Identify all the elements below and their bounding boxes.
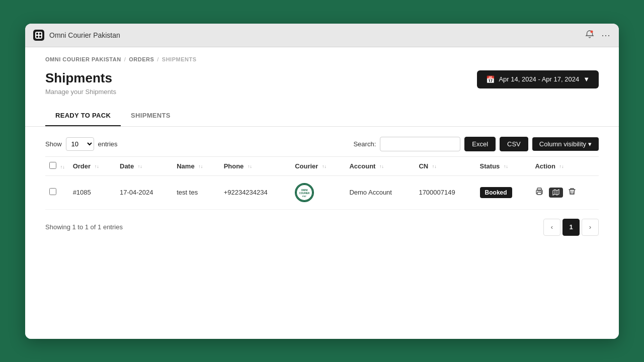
col-courier-label: Courier [295,162,318,170]
svg-rect-0 [35,32,42,39]
browser-app-title: Omni Courier Pakistan [49,31,120,39]
action-sort-icon: ↑↓ [559,164,564,169]
row-account: Demo Account [345,175,415,209]
col-account[interactable]: Account ↑↓ [345,156,415,175]
tab-shipments[interactable]: SHIPMENTS [121,106,181,126]
row-courier: OMNI COURIER PKT [291,175,345,209]
browser-window: Omni Courier Pakistan ⋯ OMNI COURIER PAK… [25,24,619,339]
search-label: Search: [353,140,376,148]
col-account-label: Account [349,162,375,170]
svg-rect-2 [39,33,41,35]
col-name[interactable]: Name ↑↓ [173,156,219,175]
breadcrumb-orders[interactable]: ORDERS [129,56,154,62]
bell-icon[interactable] [585,30,594,41]
status-badge: Booked [480,187,512,198]
breadcrumb-sep-2: / [157,56,159,62]
app-icon [33,30,44,41]
select-all-checkbox[interactable] [49,162,56,169]
courier-sort-icon: ↑↓ [322,164,327,169]
svg-text:PKT: PKT [302,195,307,198]
breadcrumb-home[interactable]: OMNI COURIER PAKISTAN [45,56,121,62]
pagination-section: Showing 1 to 1 of 1 entries ‹ 1 › [25,210,619,251]
breadcrumb-sep-1: / [124,56,126,62]
phone-sort-icon: ↑↓ [248,164,252,169]
delete-icon[interactable] [568,188,576,198]
col-phone[interactable]: Phone ↑↓ [220,156,291,175]
csv-button[interactable]: CSV [500,137,528,151]
pagination-controls: ‹ 1 › [543,219,599,236]
showing-text: Showing 1 to 1 of 1 entries [45,223,123,231]
row-order: #1085 [69,175,116,209]
show-entries-section: Show 10 25 50 100 entries [45,137,118,151]
svg-rect-12 [537,192,541,195]
select-all-header: ↑↓ [45,156,69,175]
date-range-label: Apr 14, 2024 - Apr 17, 2024 [499,75,579,83]
tab-ready-to-pack[interactable]: READY TO PACK [45,106,121,126]
page-1-button[interactable]: 1 [562,219,580,236]
title-left: Omni Courier Pakistan [33,30,120,41]
col-status[interactable]: Status ↑↓ [476,156,531,175]
col-action-label: Action [535,162,555,170]
col-cn-label: CN [419,162,428,170]
order-sort-icon: ↑↓ [95,164,99,169]
page-title-section: Shipments Manage your Shipments [45,70,116,96]
column-visibility-button[interactable]: Column visibility ▾ [532,137,599,151]
date-sort-icon: ↑↓ [138,164,142,169]
svg-point-5 [591,30,593,33]
col-status-label: Status [480,162,500,170]
svg-rect-4 [39,36,41,38]
col-cn[interactable]: CN ↑↓ [415,156,475,175]
breadcrumb: OMNI COURIER PAKISTAN / ORDERS / SHIPMEN… [25,47,619,62]
col-courier[interactable]: Courier ↑↓ [291,156,345,175]
table-row: #1085 17-04-2024 test tes +92234234234 O… [45,175,599,209]
svg-rect-1 [36,33,38,35]
col-action[interactable]: Action ↑↓ [531,156,599,175]
col-date-label: Date [120,162,134,170]
row-name: test tes [173,175,219,209]
row-actions [531,175,599,209]
map-icon[interactable] [549,188,563,198]
row-date: 17-04-2024 [116,175,173,209]
col-order[interactable]: Order ↑↓ [69,156,116,175]
col-date[interactable]: Date ↑↓ [116,156,173,175]
account-sort-icon: ↑↓ [379,164,384,169]
page-header: Shipments Manage your Shipments 📅 Apr 14… [25,62,619,106]
page-subtitle: Manage your Shipments [45,88,116,96]
row-checkbox[interactable] [49,188,56,195]
more-options-icon[interactable]: ⋯ [601,30,611,41]
col-name-label: Name [177,162,194,170]
title-right: ⋯ [585,30,611,41]
svg-point-13 [541,191,542,192]
svg-rect-3 [36,36,38,38]
row-checkbox-cell [45,175,69,209]
next-page-button[interactable]: › [582,219,599,236]
row-status: Booked [476,175,531,209]
entries-select[interactable]: 10 25 50 100 [66,137,94,151]
date-range-button[interactable]: 📅 Apr 14, 2024 - Apr 17, 2024 ▼ [477,70,599,88]
tabs-container: READY TO PACK SHIPMENTS [25,106,619,127]
browser-titlebar: Omni Courier Pakistan ⋯ [25,24,619,47]
excel-button[interactable]: Excel [464,137,496,151]
col-phone-label: Phone [224,162,244,170]
table-controls: Show 10 25 50 100 entries Search: Excel … [25,127,619,156]
entries-label: entries [98,140,118,148]
page-content: OMNI COURIER PAKISTAN / ORDERS / SHIPMEN… [25,47,619,339]
print-icon[interactable] [535,187,544,198]
courier-logo: OMNI COURIER PKT [295,183,314,202]
svg-text:COURIER: COURIER [299,192,310,195]
calendar-icon: 📅 [486,75,495,83]
table-header-row: ↑↓ Order ↑↓ Date ↑↓ Name ↑↓ [45,156,599,175]
page-title: Shipments [45,70,116,86]
col-visibility-label: Column visibility [539,140,586,148]
dropdown-arrow-icon: ▼ [583,75,590,83]
cn-sort-icon: ↑↓ [432,164,437,169]
row-cn: 1700007149 [415,175,475,209]
col-order-label: Order [73,162,91,170]
shipments-table: ↑↓ Order ↑↓ Date ↑↓ Name ↑↓ [45,156,599,210]
row-phone: +92234234234 [220,175,291,209]
svg-text:OMNI: OMNI [301,189,308,192]
action-icons-group [535,187,595,198]
show-label: Show [45,140,62,148]
prev-page-button[interactable]: ‹ [543,219,560,236]
search-input[interactable] [380,137,460,151]
